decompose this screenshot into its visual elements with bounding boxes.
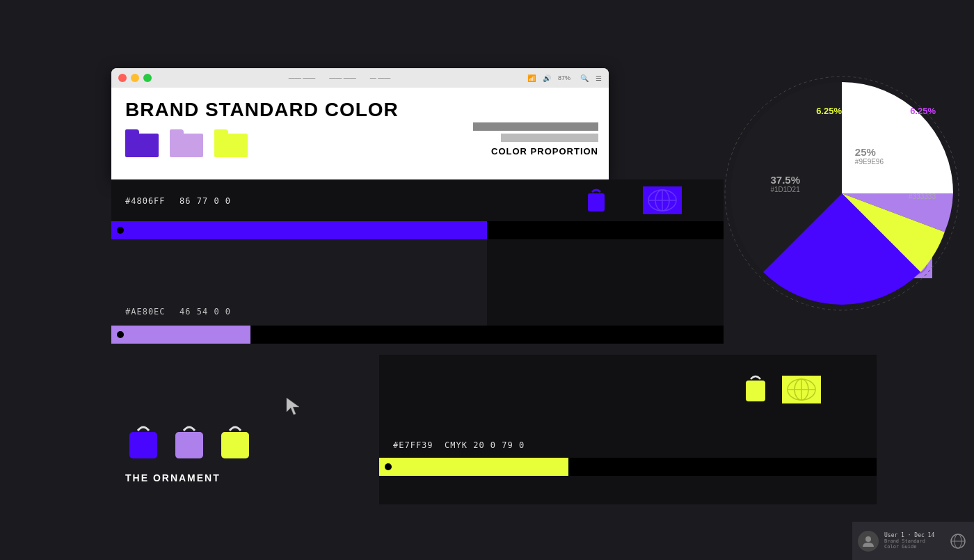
pie-segment-white <box>842 82 953 193</box>
wifi-icon: 📶 <box>527 74 536 82</box>
taskbar-line3: Color Guide <box>884 544 942 550</box>
proportion-label: COLOR PROPORTION <box>473 146 598 157</box>
proportion-bar-bottom <box>501 134 598 142</box>
progress-dot-yellow <box>385 463 392 470</box>
svg-marker-13 <box>287 398 299 415</box>
pie-sub-grey: #9E9E96 <box>855 158 884 166</box>
pie-label-625-left: 6.25% <box>816 104 842 117</box>
proportion-bar-top <box>473 122 598 131</box>
svg-rect-12 <box>221 432 249 458</box>
globe-purple-icon <box>643 186 682 214</box>
brand-title: BRAND STANDARD COLOR <box>125 99 595 121</box>
progress-section-1 <box>111 221 724 239</box>
menu-icon[interactable]: ☰ <box>596 74 602 82</box>
color-cmyk-1: 86 77 0 0 <box>179 196 231 206</box>
pie-label-25-grey: 25% #9E9E96 <box>855 146 884 166</box>
pie-percent-yellow: 6.25% <box>816 106 842 116</box>
proportion-area: COLOR PROPORTION <box>473 122 598 157</box>
color-hex-1: #4806FF <box>125 196 166 206</box>
taskbar-avatar <box>858 531 879 552</box>
bucket-large-purple <box>125 421 161 463</box>
pie-label-375: 37.5% #1D1D21 <box>770 174 800 193</box>
close-button[interactable] <box>118 74 127 82</box>
color-hex-3: #E7FF39 <box>393 440 433 450</box>
color-info-3: #E7FF39 CMYK 20 0 79 0 <box>393 438 525 451</box>
bucket-purple-icon <box>584 186 609 218</box>
ornament-section: THE ORNAMENT <box>111 355 379 504</box>
minimize-button[interactable] <box>131 74 139 82</box>
globe-yellow-icon <box>782 376 821 403</box>
taskbar-bottom-right: User 1 · Dec 14 Brand Standard Color Gui… <box>852 522 974 560</box>
pie-sub-darkbg: #1D1D21 <box>770 186 800 193</box>
progress-bar-yellow <box>379 458 568 476</box>
folder-lavender-icon <box>170 129 203 157</box>
volume-icon: 🔊 <box>543 74 551 82</box>
color-hex-2: #AE80EC <box>125 307 166 317</box>
progress-dot-purple <box>117 227 124 234</box>
svg-point-19 <box>865 536 871 542</box>
progress-dot-lavender <box>117 331 124 338</box>
titlebar-item3: — —— <box>370 74 391 81</box>
titlebar-item2: —— —— <box>329 74 356 81</box>
bucket-small-yellow <box>743 372 768 407</box>
progress-bar-purple <box>111 221 487 239</box>
ornament-label: THE ORNAMENT <box>125 472 365 483</box>
color-info-1: #4806FF 86 77 0 0 <box>111 194 231 207</box>
color-info-2: #AE80EC 46 54 0 0 <box>125 305 231 317</box>
pie-percent-lavender: 6.25% <box>910 106 936 116</box>
cursor-icon <box>285 397 302 420</box>
bucket-large-lavender <box>171 421 207 463</box>
titlebar-item: —— —— <box>289 74 316 81</box>
bucket-large-yellow <box>217 421 253 463</box>
titlebar: —— —— —— —— — —— 📶 🔊 87% 🔍 ☰ <box>111 68 609 88</box>
titlebar-center: —— —— —— —— — —— <box>156 74 523 81</box>
pie-percent-grey: 25% <box>855 146 884 158</box>
taskbar-text: User 1 · Dec 14 Brand Standard Color Gui… <box>884 532 942 550</box>
color-row-1: #4806FF 86 77 0 0 <box>111 179 724 221</box>
pie-percent-darkbg: 37.5% <box>770 174 800 186</box>
yellow-section <box>379 355 877 504</box>
maximize-button[interactable] <box>143 74 152 82</box>
progress-section-3 <box>379 458 877 476</box>
battery-indicator: 87% <box>558 74 570 81</box>
progress-section-2 <box>111 326 724 344</box>
taskbar-globe-icon[interactable] <box>948 531 968 552</box>
search-icon[interactable]: 🔍 <box>580 74 589 82</box>
taskbar-line1: User 1 · Dec 14 <box>884 532 942 538</box>
folder-yellow-icon <box>214 129 248 157</box>
svg-rect-10 <box>129 432 157 458</box>
color-cmyk-3: CMYK 20 0 79 0 <box>445 440 525 450</box>
folder-purple-icon <box>125 129 159 157</box>
taskbar-line2: Brand Standard <box>884 538 942 544</box>
svg-rect-11 <box>175 432 203 458</box>
yellow-icons <box>743 372 821 407</box>
progress-bar-lavender <box>111 326 250 344</box>
pie-label-25-right: 25% #333333 <box>909 181 936 200</box>
ornament-icons-row <box>125 421 365 463</box>
svg-rect-14 <box>746 381 765 401</box>
color-cmyk-2: 46 54 0 0 <box>179 307 231 317</box>
pie-percent-dark: 25% <box>909 181 936 193</box>
pie-sub-dark: #333333 <box>909 193 936 200</box>
pie-label-625-right: 6.25% <box>910 104 936 117</box>
svg-rect-0 <box>588 193 605 211</box>
